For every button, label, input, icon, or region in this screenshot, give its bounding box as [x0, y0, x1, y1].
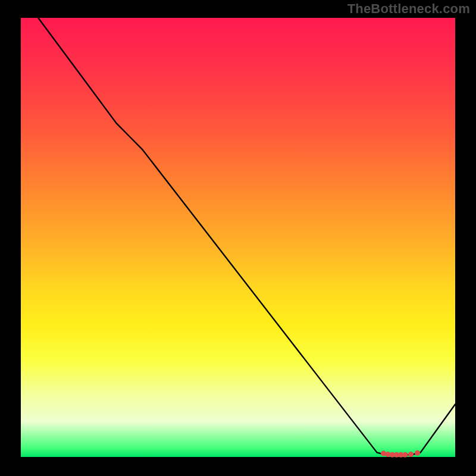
marker-point: [415, 450, 420, 456]
watermark-text: TheBottleneck.com: [347, 1, 470, 17]
line-chart-svg: [21, 18, 455, 457]
plot-area: [21, 18, 455, 457]
chart-frame: TheBottleneck.com: [0, 0, 476, 476]
marker-point: [408, 452, 414, 457]
main-curve: [38, 18, 455, 455]
marker-point: [403, 452, 408, 458]
